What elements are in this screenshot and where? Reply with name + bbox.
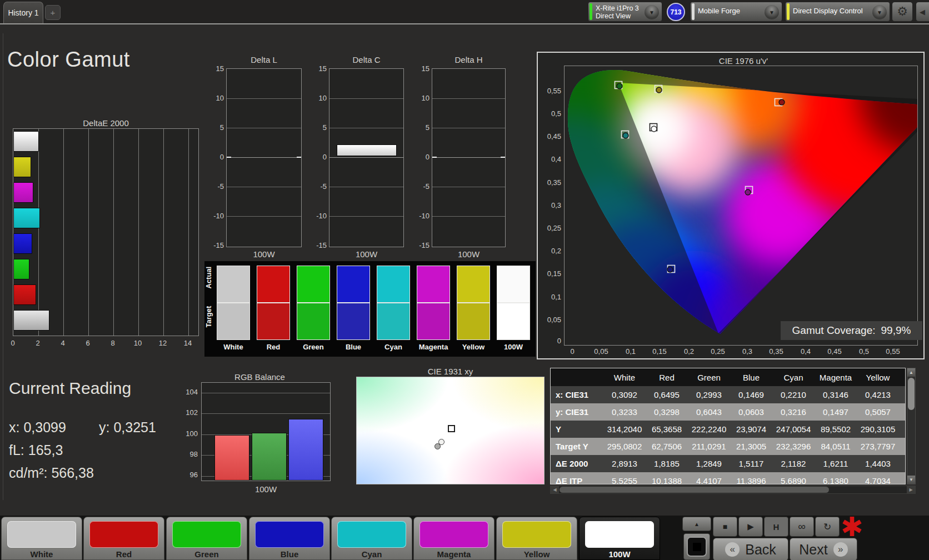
rgb-bar-red bbox=[214, 435, 249, 481]
gear-icon: ⚙ bbox=[897, 4, 908, 19]
play-icon: ▶ bbox=[747, 522, 754, 532]
deltae-bar-cyan bbox=[13, 208, 40, 228]
back-button[interactable]: « Back bbox=[713, 538, 788, 560]
deltae2000-title: DeltaE 2000 bbox=[13, 118, 199, 128]
meter-status-stripe bbox=[590, 3, 592, 20]
table-horizontal-scrollbar[interactable]: ◀ ▶ bbox=[550, 486, 916, 494]
rgb-bar-green bbox=[252, 433, 287, 481]
add-tab-button[interactable]: + bbox=[45, 5, 61, 20]
source-status-stripe bbox=[692, 3, 695, 20]
yellow-measured-marker bbox=[656, 87, 662, 93]
delta-l-xlabel: 100W bbox=[226, 249, 302, 259]
tab-bar: History 1 + X-Rite i1Pro 3 Direct View ▼… bbox=[0, 0, 929, 24]
table-row: Target Y 295,080262,7506 211,029121,3005… bbox=[551, 438, 906, 455]
play-button[interactable]: ▶ bbox=[738, 517, 763, 537]
pattern-button-red[interactable]: Red bbox=[83, 517, 164, 560]
pattern-button-yellow[interactable]: Yellow bbox=[496, 517, 577, 560]
meter-mode: Direct View bbox=[596, 12, 631, 20]
stop-button[interactable]: ■ bbox=[713, 517, 737, 537]
source-dropdown[interactable]: Mobile Forge ▼ bbox=[690, 2, 782, 22]
cie1931-target-marker bbox=[448, 425, 455, 432]
pattern-button-cyan[interactable]: Cyan bbox=[331, 517, 412, 560]
reading-cd: cd/m²: 566,38 bbox=[9, 465, 94, 481]
meter-name: X-Rite i1Pro 3 bbox=[596, 4, 639, 12]
delta-c-chart bbox=[329, 68, 404, 247]
gamut-coverage: Gamut Coverage: 99,9% bbox=[781, 321, 922, 340]
display-control-dropdown[interactable]: Direct Display Control ▼ bbox=[785, 2, 890, 22]
scroll-thumb[interactable] bbox=[560, 487, 829, 493]
pattern-button-green[interactable]: Green bbox=[166, 517, 247, 560]
chevron-down-icon[interactable]: ▼ bbox=[645, 5, 659, 19]
cie1976-diagram bbox=[565, 66, 918, 346]
table-vertical-scrollbar[interactable]: ▲ ▼ bbox=[907, 368, 916, 484]
x-tick: 0 bbox=[4, 339, 21, 347]
reading-x: x: 0,3099 bbox=[9, 419, 66, 436]
x-tick: 6 bbox=[79, 339, 96, 347]
loop-icon: ↻ bbox=[823, 521, 831, 533]
table-row: ΔE ITP 5,525510,1388 4,410711,3896 5,689… bbox=[551, 472, 906, 484]
meter-dropdown[interactable]: X-Rite i1Pro 3 Direct View ▼ bbox=[588, 2, 662, 22]
pattern-button-magenta[interactable]: Magenta bbox=[413, 517, 495, 560]
x-tick: 12 bbox=[154, 339, 171, 347]
x-tick: 10 bbox=[129, 339, 146, 347]
continuous-button[interactable]: ∞ bbox=[790, 517, 814, 537]
x-tick: 4 bbox=[54, 339, 71, 347]
cie1931-plot bbox=[356, 377, 545, 484]
delta-c-title: Delta C bbox=[329, 55, 404, 64]
deltae-bar-red bbox=[13, 284, 36, 305]
rgb-balance-title: RGB Balance bbox=[189, 372, 331, 382]
delta-l-title: Delta L bbox=[226, 55, 302, 64]
chevron-down-icon[interactable]: ▼ bbox=[872, 5, 887, 19]
table-header-row: WhiteRed GreenBlue CyanMagenta Yellow100… bbox=[551, 368, 906, 386]
deltae2000-chart bbox=[13, 128, 199, 336]
app-window: History 1 + X-Rite i1Pro 3 Direct View ▼… bbox=[0, 0, 929, 560]
cyan-measured-marker bbox=[623, 133, 628, 138]
cie1976-title: CIE 1976 u'v' bbox=[588, 56, 899, 66]
pattern-window-icon bbox=[687, 537, 707, 557]
expand-bar-button[interactable]: ▲ bbox=[682, 517, 711, 531]
collapse-panel-button[interactable]: ◀ bbox=[916, 2, 929, 22]
x-tick: 14 bbox=[179, 339, 196, 347]
step-pattern-icon: H bbox=[773, 522, 780, 532]
rgb-balance-chart bbox=[201, 382, 331, 481]
scroll-left-button[interactable]: ◀ bbox=[551, 486, 559, 493]
scroll-down-button[interactable]: ▼ bbox=[907, 476, 915, 484]
deltae-bar-magenta bbox=[13, 182, 33, 203]
step-pattern-button[interactable]: H bbox=[764, 517, 788, 537]
display-control-stripe bbox=[787, 3, 790, 20]
pattern-bar: White Red Green Blue Cyan Magenta Yellow… bbox=[0, 516, 929, 560]
delta-h-chart bbox=[432, 68, 506, 247]
delta-l-chart bbox=[226, 68, 302, 247]
x-tick: 8 bbox=[104, 339, 121, 347]
alert-asterisk-icon[interactable]: ✱ bbox=[841, 511, 863, 542]
meter-count-badge[interactable]: 713 bbox=[667, 3, 685, 21]
loop-button[interactable]: ↻ bbox=[815, 517, 840, 537]
next-chevron-icon: » bbox=[833, 542, 848, 557]
table-row: Y 314,204065,3658 222,224023,9074 247,00… bbox=[551, 421, 906, 438]
magenta-measured-marker bbox=[745, 189, 751, 195]
pattern-button-blue[interactable]: Blue bbox=[249, 517, 330, 560]
source-name: Mobile Forge bbox=[698, 7, 740, 15]
cie1931-measured-marker-2 bbox=[434, 443, 441, 449]
deltae-bar-yellow bbox=[13, 157, 31, 177]
scroll-thumb[interactable] bbox=[908, 378, 915, 410]
table-row: y: CIE31 0,32330,3298 0,60430,0603 0,321… bbox=[551, 403, 906, 421]
rgb-xlabel: 100W bbox=[201, 484, 331, 494]
pattern-button-100w[interactable]: 100W bbox=[579, 517, 660, 560]
cie1976-panel: CIE 1976 u'v' bbox=[537, 52, 925, 359]
back-chevron-icon: « bbox=[725, 542, 740, 557]
actual-row-label: Actual bbox=[204, 280, 213, 289]
scroll-up-button[interactable]: ▲ bbox=[907, 368, 915, 377]
measurement-table: WhiteRed GreenBlue CyanMagenta Yellow100… bbox=[550, 368, 906, 484]
green-measured-marker bbox=[617, 83, 622, 89]
pattern-button-white[interactable]: White bbox=[1, 517, 82, 560]
scroll-right-button[interactable]: ▶ bbox=[907, 486, 915, 493]
tab-history[interactable]: History 1 bbox=[3, 2, 43, 23]
pattern-window-button[interactable] bbox=[683, 533, 710, 560]
cie1931-title: CIE 1931 xy bbox=[356, 367, 545, 376]
panel-divider bbox=[3, 33, 3, 500]
settings-button[interactable]: ⚙ bbox=[892, 2, 913, 22]
infinity-icon: ∞ bbox=[798, 521, 806, 533]
deltae-bar-100w bbox=[13, 131, 39, 152]
chevron-down-icon[interactable]: ▼ bbox=[765, 5, 779, 19]
